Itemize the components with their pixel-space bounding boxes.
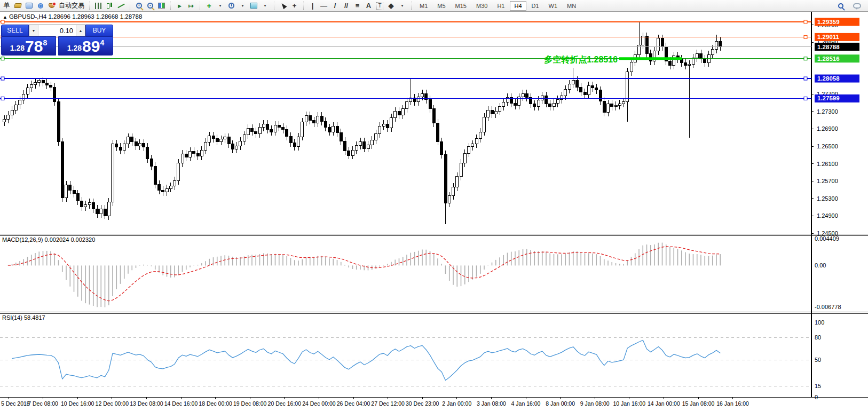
macd-axis-label: -0.006778 [815,304,841,310]
hline-handle[interactable] [804,35,807,38]
candle [158,185,161,191]
hline-handle[interactable] [1,57,4,60]
periods-icon[interactable] [226,1,237,11]
autotrading-icon[interactable] [46,1,57,11]
timeframe-button-m15[interactable]: M15 [451,1,471,11]
candle [88,202,91,204]
volume-decrease-button[interactable]: ▼ [29,25,38,36]
price-axis-tick: 1.26500 [817,143,838,149]
candle [154,167,156,185]
horizontal-line-icon[interactable]: — [318,1,329,11]
signals-icon[interactable] [35,1,46,11]
hline-handle[interactable] [1,97,4,100]
price-axis-tick: 1.26100 [817,161,838,167]
periods-caret[interactable]: ▾ [237,1,248,11]
candle [429,100,431,109]
fibonacci-icon[interactable]: ≡ [352,1,363,11]
timeframe-button-h1[interactable]: H1 [493,1,509,11]
auto-scroll-icon[interactable]: ▸ [174,1,185,11]
timeframe-button-m5[interactable]: M5 [433,1,449,11]
candlestick-chart-icon[interactable] [104,1,115,11]
candle [456,176,459,187]
timeframe-button-h4[interactable]: H4 [510,1,526,11]
hline-handle[interactable] [804,57,807,60]
hline-handle[interactable] [804,77,807,80]
hline-handle[interactable] [804,20,807,23]
candle [189,152,192,157]
candle [553,103,555,107]
zoom-out-icon[interactable]: - [145,1,156,11]
timeframe-button-m30[interactable]: M30 [472,1,492,11]
chat-icon[interactable] [851,1,863,11]
candle [564,89,567,96]
sell-button[interactable]: SELL [1,25,29,36]
toolbar-separator [170,2,171,10]
candle [448,196,451,203]
volume-input[interactable] [38,25,76,36]
svg-text:1.28516: 1.28516 [817,56,840,62]
crosshair-icon[interactable]: + [289,1,300,11]
candle [599,90,602,101]
timeframe-button-w1[interactable]: W1 [545,1,562,11]
candle [618,104,621,105]
price-axis-tick: 1.25700 [817,178,838,184]
hline-handle[interactable] [1,20,4,23]
chart-shift-icon[interactable]: ↦ [185,1,196,11]
candle [301,122,304,137]
time-axis-label: 30 Dec 23:00 [406,400,439,407]
label-icon[interactable]: T [374,1,385,11]
buy-price-button[interactable]: 1.28 89 4 [58,36,113,56]
candle [645,36,648,54]
candle [460,163,462,176]
candle [587,86,590,94]
hline-handle[interactable] [1,77,4,80]
hline-handle[interactable] [804,97,807,100]
ingot-icon[interactable] [12,1,23,11]
zoom-in-icon[interactable]: + [133,1,145,11]
candle [444,155,447,203]
one-click-trading-panel: SELL ▼ ▲ BUY 1.28 78 8 1.28 89 4 [1,25,113,56]
time-axis-label: 20 Dec 16:00 [268,400,302,407]
candle [533,104,536,107]
candle [262,124,265,127]
arrows-icon[interactable]: ◆ [385,1,397,11]
price-axis-tick: 1.26900 [817,125,838,132]
candle [545,96,548,104]
vertical-line-icon[interactable]: | [307,1,318,11]
time-axis-label: 14 Jan 00:00 [648,400,680,407]
candle [522,93,524,97]
bar-chart-icon[interactable] [93,1,104,11]
candle [123,144,125,150]
candle [715,42,718,50]
indicators-icon[interactable]: + [203,1,215,11]
cursor-icon[interactable] [278,1,289,11]
pivot-annotation-text: 多空转折点1.28516 [468,54,618,66]
templates-icon[interactable] [248,1,259,11]
volume-increase-button[interactable]: ▲ [76,25,85,36]
timeframe-button-mn[interactable]: MN [563,1,580,11]
candle [22,94,25,100]
timeframe-button-m1[interactable]: M1 [415,1,432,11]
metaeditor-icon[interactable] [23,1,35,11]
macd-axis-label: 0.004409 [815,235,839,242]
toolbar: 单自动交易+-▸↦+▾▾▾+|—///≡AT◆▾ M1M5M15M30H1H4D… [0,0,868,12]
buy-button[interactable]: BUY [85,25,113,36]
line-chart-icon[interactable] [115,1,127,11]
time-axis-label: 5 Dec 2018 [1,400,30,407]
arrows-caret[interactable]: ▾ [397,1,408,11]
sell-price-button[interactable]: 1.28 78 8 [1,36,56,56]
search-icon[interactable] [835,1,846,11]
channel-icon[interactable]: // [341,1,352,11]
time-axis-label: 9 Jan 08:00 [580,400,610,407]
candle [607,104,610,112]
rsi-axis-label: 100 [815,319,824,326]
text-icon[interactable]: A [363,1,374,11]
trendline-icon[interactable]: / [329,1,341,11]
candle [378,127,381,134]
candle [61,142,64,197]
tile-windows-icon[interactable] [156,1,167,11]
templates-caret[interactable]: ▾ [259,1,271,11]
candle [30,84,33,88]
timeframe-button-d1[interactable]: D1 [527,1,543,11]
indicators-caret[interactable]: ▾ [215,1,226,11]
